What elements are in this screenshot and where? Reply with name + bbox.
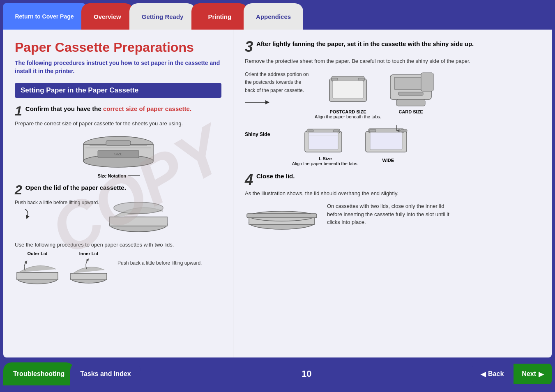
wide-label: WIDE [382, 158, 394, 163]
appendices-nav-button[interactable]: Appendices [244, 3, 303, 30]
wide-block: WIDE [364, 123, 413, 163]
step3-title: After lightly fanning the paper, set it … [256, 39, 474, 48]
card-size-diagram [386, 71, 435, 108]
step4-body: As the illustration shows, the lid shoul… [245, 190, 540, 197]
svg-point-10 [114, 202, 163, 214]
svg-rect-21 [333, 81, 363, 99]
step1-diagram: SIZE Size Notation [15, 132, 221, 171]
step4-number: 4 [245, 173, 253, 187]
bottom-navigation: Troubleshooting Tasks and Index 10 ◀ Bac… [0, 357, 555, 387]
svg-rect-41 [247, 214, 317, 218]
right-panel: 3 After lightly fanning the paper, set i… [233, 30, 552, 357]
step1-number: 1 [15, 104, 22, 118]
l-size-label: L Size [319, 156, 332, 161]
svg-rect-37 [370, 132, 402, 150]
step4-container: 4 Close the lid. As the illustration sho… [245, 173, 540, 231]
closed-cassette-diagram [245, 202, 319, 231]
inner-lid-group: Inner Lid [68, 251, 109, 286]
orientation-section: Orient the address portion on the postca… [245, 71, 540, 119]
page-number: 10 [302, 369, 311, 379]
wide-diagram [364, 123, 413, 156]
step3-body: Remove the protective sheet from the pap… [245, 58, 540, 65]
step2-use-following: Use the following procedures to open pap… [15, 242, 221, 248]
orient-text: Orient the address portion on the postca… [245, 71, 311, 108]
appendices-label: Appendices [256, 13, 291, 20]
page-title: Paper Cassette Preparations [15, 39, 221, 55]
svg-rect-20 [358, 78, 364, 81]
outer-lid-group: Outer Lid [15, 251, 60, 286]
step2-cassette-open [106, 200, 171, 238]
open-cassette-diagram [106, 200, 171, 237]
step3-number: 3 [245, 39, 253, 54]
overview-nav-button[interactable]: Overview [81, 3, 134, 30]
left-panel: Paper Cassette Preparations The followin… [3, 30, 233, 357]
printing-nav-button[interactable]: Printing [191, 3, 248, 30]
tasks-index-label: Tasks and Index [80, 370, 131, 378]
svg-rect-25 [396, 99, 425, 106]
troubleshooting-label: Troubleshooting [13, 370, 64, 378]
card-size-block: CARD SIZE [386, 71, 435, 114]
l-size-block: L Size Align the paper beneath the tabs. [292, 123, 359, 166]
title-part2: Preparations [113, 40, 194, 55]
back-button[interactable]: ◀ Back [472, 364, 512, 384]
step4-note: On cassettes with two lids, close only t… [327, 202, 450, 226]
top-navigation: Return to Cover Page Overview Getting Re… [0, 0, 555, 30]
step2-text: Push back a little before lifting upward… [15, 200, 99, 225]
inner-push-back-text: Push back a little before lifting upward… [117, 259, 202, 267]
back-label: Back [488, 370, 504, 378]
getting-ready-label: Getting Ready [142, 13, 184, 20]
svg-rect-12 [17, 272, 58, 280]
size-notation-label: Size Notation [98, 173, 127, 178]
back-icon: ◀ [481, 370, 486, 378]
postcard-size-diagram [325, 71, 371, 108]
svg-rect-35 [369, 129, 376, 132]
card-size-label: CARD SIZE [398, 109, 423, 114]
step1-body: Prepare the correct size of paper casset… [15, 120, 221, 127]
svg-rect-24 [398, 92, 423, 95]
outer-lid-label: Outer Lid [28, 251, 48, 256]
page-subtitle: The following procedures instruct you ho… [15, 59, 221, 75]
troubleshooting-button[interactable]: Troubleshooting [3, 362, 74, 385]
next-button[interactable]: Next ▶ [514, 364, 552, 384]
arrow-diagram [15, 207, 35, 224]
postcard-align-label: Align the paper beneath the tabs. [315, 114, 381, 119]
push-back-text: Push back a little before lifting upward… [15, 200, 99, 205]
return-to-cover-button[interactable]: Return to Cover Page [3, 3, 85, 30]
step1-container: 1 Confirm that you have the correct size… [15, 104, 221, 171]
postcard-size-block: POSTCARD SIZE Align the paper beneath th… [315, 71, 381, 119]
step3-container: 3 After lightly fanning the paper, set i… [245, 39, 540, 166]
orient-images: POSTCARD SIZE Align the paper beneath th… [315, 71, 435, 119]
svg-rect-19 [332, 78, 338, 81]
step3-header: 3 After lightly fanning the paper, set i… [245, 39, 540, 54]
svg-text:SIZE: SIZE [114, 152, 122, 156]
tasks-index-button[interactable]: Tasks and Index [70, 362, 140, 385]
title-part1: Paper Cassette [15, 40, 110, 55]
step2-title: Open the lid of the paper cassette. [25, 183, 126, 192]
orient-arrow [245, 96, 269, 108]
printing-label: Printing [208, 13, 231, 20]
getting-ready-nav-button[interactable]: Getting Ready [129, 3, 196, 30]
section-header: Setting Paper in the Paper Cassette [15, 83, 221, 98]
shiny-side-section: Shiny Side L Size [245, 123, 540, 166]
bottom-left-nav: Troubleshooting Tasks and Index [3, 362, 141, 385]
svg-rect-14 [71, 273, 107, 280]
step4-header: 4 Close the lid. [245, 173, 540, 187]
main-content: COPY Paper Cassette Preparations The fol… [3, 30, 552, 357]
svg-rect-30 [333, 130, 339, 132]
inner-lid-label: Inner Lid [79, 251, 98, 256]
next-label: Next [522, 370, 536, 378]
svg-rect-26 [421, 73, 433, 91]
step2-header: 2 Open the lid of the paper cassette. [15, 183, 221, 196]
overview-label: Overview [94, 13, 121, 20]
step1-title: Confirm that you have the correct size o… [25, 104, 191, 113]
step4-title: Close the lid. [256, 173, 295, 180]
svg-rect-29 [308, 130, 313, 132]
cassette-diagram-1: SIZE [77, 132, 159, 169]
return-label: Return to Cover Page [15, 13, 74, 20]
next-icon: ▶ [539, 370, 543, 378]
two-lids-area: Outer Lid In [15, 251, 221, 286]
svg-marker-16 [265, 100, 269, 104]
l-size-align-label: Align the paper beneath the tabs. [292, 161, 359, 166]
outer-lid-diagram [15, 258, 60, 286]
postcard-size-label: POSTCARD SIZE [329, 109, 366, 114]
